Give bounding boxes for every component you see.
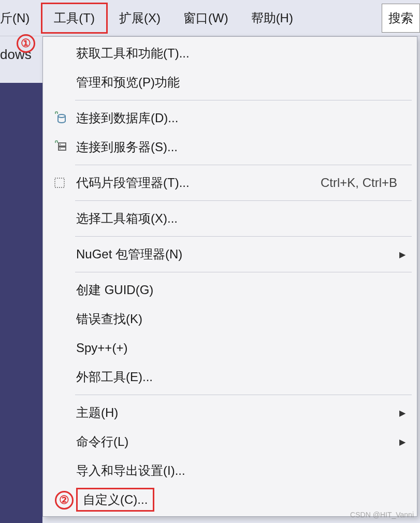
menu-item[interactable]: 命令行(L)▶ [43, 427, 417, 456]
menubar-item-cut[interactable]: 斤(N) [0, 3, 41, 34]
annotation-callout-2: ② [55, 491, 74, 510]
square-icon [43, 177, 76, 189]
menu-item[interactable]: 管理和预览(P)功能 [43, 68, 417, 97]
menu-item[interactable]: NuGet 包管理器(N)▶ [43, 240, 417, 269]
menu-separator [75, 272, 412, 272]
submenu-arrow-icon: ▶ [397, 437, 408, 447]
annotation-callout-1: ① [17, 34, 35, 53]
menu-item[interactable]: 创建 GUID(G) [43, 275, 417, 304]
menubar: 斤(N) 工具(T) 扩展(X) 窗口(W) 帮助(H) 搜索 [0, 0, 420, 36]
menu-item-shortcut: Ctrl+K, Ctrl+B [321, 176, 408, 190]
menu-item[interactable]: 外部工具(E)... [43, 362, 417, 391]
svg-rect-5 [55, 178, 64, 187]
menubar-item-window[interactable]: 窗口(W) [172, 3, 240, 34]
menu-item-label: 代码片段管理器(T)... [76, 175, 321, 191]
menu-separator [75, 395, 412, 395]
tools-dropdown: 获取工具和功能(T)...管理和预览(P)功能连接到数据库(D)...连接到服务… [42, 36, 417, 517]
menu-item-label: NuGet 包管理器(N) [76, 246, 397, 263]
menu-item-label: 导入和导出设置(I)... [76, 462, 408, 479]
search-input[interactable]: 搜索 [382, 4, 420, 33]
db-icon [43, 111, 76, 125]
svg-point-0 [58, 114, 65, 118]
sidebar-strip [0, 83, 42, 523]
menubar-item-label: 扩展(X) [119, 10, 161, 26]
menu-item[interactable]: 主题(H)▶ [43, 398, 417, 427]
menu-separator [75, 100, 412, 100]
secondary-row: dows 获取工具和功能(T)...管理和预览(P)功能连接到数据库(D)...… [0, 36, 420, 517]
menubar-item-label: 窗口(W) [183, 10, 228, 26]
menu-item-label: 创建 GUID(G) [76, 282, 408, 298]
submenu-arrow-icon: ▶ [397, 408, 408, 418]
menu-item-label: 连接到服务器(S)... [76, 139, 408, 155]
menu-item[interactable]: 连接到数据库(D)... [43, 104, 417, 133]
menu-item-label: 命令行(L) [76, 433, 397, 450]
menu-item-label: 错误查找(K) [76, 311, 408, 327]
menu-item[interactable]: Spy++(+) [43, 333, 417, 362]
menu-separator [75, 236, 412, 237]
menu-item-label: 获取工具和功能(T)... [76, 45, 408, 62]
submenu-arrow-icon: ▶ [397, 250, 408, 259]
menubar-item-label: 帮助(H) [251, 10, 293, 26]
menu-item-label: Spy++(+) [76, 341, 408, 355]
server-icon [43, 140, 76, 154]
menu-item-label: 自定义(C)... [83, 492, 148, 506]
menu-item-label: 外部工具(E)... [76, 369, 408, 385]
menubar-item-label: 工具(T) [54, 10, 95, 26]
menu-item[interactable]: 获取工具和功能(T)... [43, 39, 417, 68]
menu-separator [75, 200, 412, 201]
svg-point-4 [60, 148, 61, 149]
search-label: 搜索 [388, 10, 413, 26]
menubar-item-tools[interactable]: 工具(T) [41, 3, 108, 34]
menu-item[interactable]: 代码片段管理器(T)...Ctrl+K, Ctrl+B [43, 168, 417, 197]
menu-item[interactable]: 选择工具箱项(X)... [43, 204, 417, 233]
menubar-item-help[interactable]: 帮助(H) [240, 3, 305, 34]
menu-separator [75, 165, 412, 165]
svg-point-3 [60, 144, 61, 145]
menu-item-label: 主题(H) [76, 404, 397, 421]
menubar-item-extensions[interactable]: 扩展(X) [108, 3, 172, 34]
menu-item[interactable]: 连接到服务器(S)... [43, 133, 417, 162]
watermark: CSDN @HIT_Vanni [350, 511, 414, 519]
menu-item-label: 连接到数据库(D)... [76, 110, 408, 126]
menu-item-label: 选择工具箱项(X)... [76, 210, 408, 227]
menu-item-label: 管理和预览(P)功能 [76, 74, 408, 91]
menu-item[interactable]: 导入和导出设置(I)... [43, 456, 417, 485]
menu-item[interactable]: 错误查找(K) [43, 304, 417, 333]
menu-item[interactable]: 自定义(C)... [43, 485, 417, 514]
menubar-item-label: 斤(N) [0, 10, 30, 26]
